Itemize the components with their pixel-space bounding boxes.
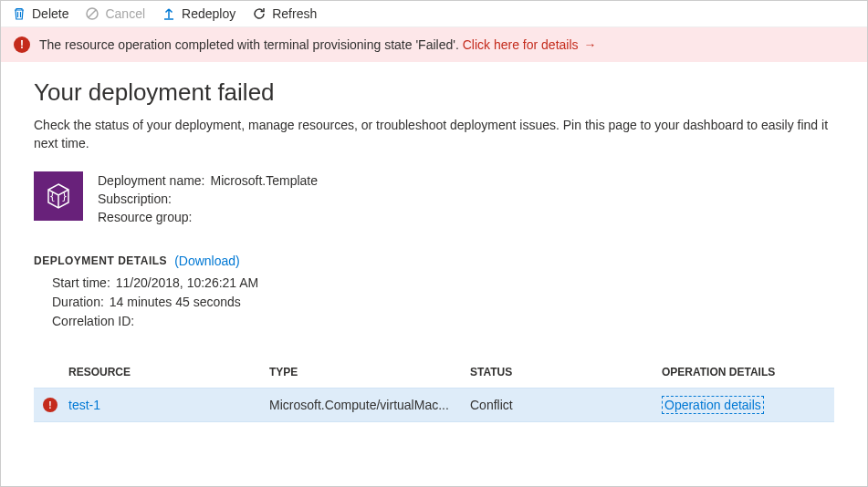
resources-table: RESOURCE TYPE STATUS OPERATION DETAILS !… <box>34 358 834 422</box>
operation-details-link[interactable]: Operation details <box>662 396 764 414</box>
alert-details-link[interactable]: Click here for details <box>463 37 579 52</box>
resource-type: Microsoft.Compute/virtualMac... <box>269 398 470 412</box>
arrow-right-icon: → <box>583 37 596 52</box>
start-time-value: 11/20/2018, 10:26:21 AM <box>116 274 258 293</box>
col-resource-header: RESOURCE <box>68 366 269 378</box>
download-link[interactable]: (Download) <box>174 254 240 268</box>
redeploy-button[interactable]: Redeploy <box>162 6 235 21</box>
template-cube-icon: { } <box>34 171 83 221</box>
row-error-icon: ! <box>43 398 58 412</box>
trash-icon <box>12 6 26 21</box>
delete-button[interactable]: Delete <box>12 6 68 21</box>
duration-value: 14 minutes 45 seconds <box>110 293 241 312</box>
cancel-label: Cancel <box>105 6 145 21</box>
start-time-label: Start time: <box>52 274 110 293</box>
refresh-icon <box>252 6 267 21</box>
col-opdetails-header: OPERATION DETAILS <box>662 366 834 378</box>
cancel-button: Cancel <box>85 6 145 21</box>
col-type-header: TYPE <box>269 366 470 378</box>
svg-line-1 <box>89 10 96 17</box>
resource-status: Conflict <box>470 398 662 412</box>
alert-message: The resource operation completed with te… <box>39 37 463 52</box>
refresh-button[interactable]: Refresh <box>252 6 317 21</box>
toolbar: Delete Cancel Redeploy Refresh <box>1 1 867 27</box>
col-status-header: STATUS <box>470 366 662 378</box>
refresh-label: Refresh <box>272 6 317 21</box>
error-alert: ! The resource operation completed with … <box>1 27 867 62</box>
redeploy-label: Redeploy <box>182 6 235 21</box>
alert-error-icon: ! <box>14 36 30 53</box>
redeploy-icon <box>162 6 176 21</box>
deployment-name-value: Microsoft.Template <box>211 171 318 190</box>
table-row[interactable]: ! test-1 Microsoft.Compute/virtualMac...… <box>34 388 834 422</box>
correlation-id-label: Correlation ID: <box>52 312 134 331</box>
subscription-label: Subscription: <box>98 190 172 208</box>
resource-link[interactable]: test-1 <box>68 398 100 412</box>
deployment-details-heading: DEPLOYMENT DETAILS <box>34 254 167 267</box>
page-subtitle: Check the status of your deployment, man… <box>34 116 834 153</box>
cancel-icon <box>85 6 99 21</box>
svg-text:{ }: { } <box>49 191 68 202</box>
deployment-name-label: Deployment name: <box>98 171 205 190</box>
duration-label: Duration: <box>52 293 104 312</box>
resource-group-label: Resource group: <box>98 208 193 226</box>
deployment-meta: { } Deployment name: Microsoft.Template … <box>34 171 834 227</box>
delete-label: Delete <box>32 6 68 21</box>
page-title: Your deployment failed <box>34 78 834 107</box>
